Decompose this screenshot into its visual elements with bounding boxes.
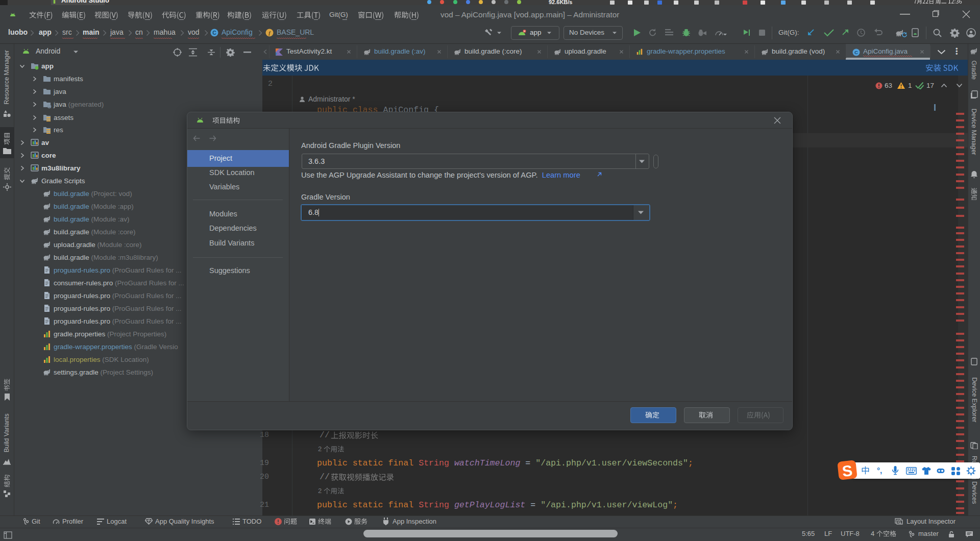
svg-text:C: C [854, 50, 858, 55]
svg-text:C: C [212, 30, 216, 36]
svg-text:S: S [841, 462, 853, 480]
